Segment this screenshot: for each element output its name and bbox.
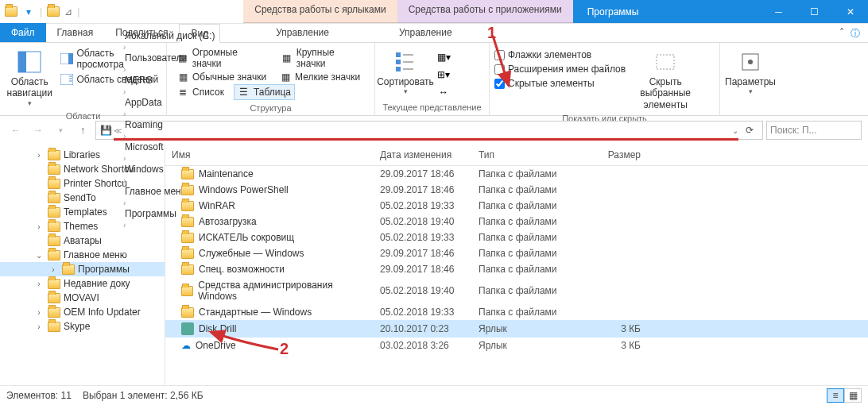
folder-icon: [48, 179, 60, 189]
chevron-right-icon[interactable]: ›: [123, 176, 126, 185]
item-checkboxes-toggle[interactable]: Флажки элементов: [494, 49, 626, 60]
table-row[interactable]: Maintenance29.09.2017 18:46Папка с файла…: [165, 166, 868, 182]
checkbox[interactable]: [494, 50, 505, 60]
tree-item[interactable]: Аватары: [0, 233, 165, 248]
tab-shortcut-tools[interactable]: Средства работы с ярлыками: [243, 0, 397, 23]
tab-file[interactable]: Файл: [0, 23, 46, 42]
tree-item[interactable]: ⌄Главное меню: [0, 248, 165, 262]
chevron-right-icon[interactable]: ›: [123, 65, 126, 74]
expand-icon[interactable]: ›: [33, 322, 45, 331]
cloud-icon: ☁: [181, 340, 191, 351]
checkbox[interactable]: [494, 64, 505, 75]
checkbox[interactable]: [494, 79, 505, 89]
tree-item[interactable]: ›Программы: [0, 262, 165, 276]
folder-icon: [47, 6, 60, 18]
tree-item-label: OEM Info Updater: [64, 307, 141, 318]
minimize-button[interactable]: ─: [761, 0, 796, 24]
chevron-right-icon[interactable]: ›: [123, 221, 126, 230]
breadcrumb-segment[interactable]: MERS: [123, 75, 217, 86]
chevron-right-icon[interactable]: ›: [123, 43, 126, 52]
table-row[interactable]: Автозагрузка05.02.2018 19:40Папка с файл…: [165, 214, 868, 230]
layout-details[interactable]: ☰Таблица: [234, 84, 295, 100]
col-type[interactable]: Тип: [472, 145, 568, 165]
tab-home[interactable]: Главная: [46, 23, 105, 42]
svg-rect-14: [657, 55, 674, 69]
expand-icon[interactable]: ›: [33, 151, 45, 160]
breadcrumb-box[interactable]: 💾 ≪ Локальный диск (C:)›Пользователи›MER…: [95, 121, 763, 140]
tree-item[interactable]: ›Skype: [0, 319, 165, 334]
dropdown-icon[interactable]: ▾: [22, 6, 35, 18]
table-row[interactable]: Спец. возможности29.09.2017 18:46Папка с…: [165, 261, 868, 277]
breadcrumb-segment[interactable]: AppData: [123, 97, 217, 108]
expand-icon[interactable]: ›: [33, 222, 45, 231]
file-extensions-toggle[interactable]: Расширения имен файлов: [494, 64, 626, 75]
chevron-right-icon[interactable]: ›: [123, 87, 126, 96]
size-columns-icon[interactable]: ↔: [437, 86, 450, 98]
table-row[interactable]: Средства администрирования Windows05.02.…: [165, 277, 868, 304]
address-bar: ← → ▾ ↑ 💾 ≪ Локальный диск (C:)›Пользова…: [0, 116, 868, 145]
details-view-button[interactable]: ≡: [827, 388, 844, 403]
file-name: Disk Drill: [199, 323, 236, 334]
options-button[interactable]: Параметры ▾: [725, 48, 776, 98]
table-row[interactable]: Windows PowerShell29.09.2017 18:46Папка …: [165, 182, 868, 198]
breadcrumb-segment[interactable]: Главное меню: [123, 186, 217, 197]
tab-manage-2[interactable]: Управление: [388, 23, 463, 42]
refresh-button[interactable]: ⟳: [740, 122, 759, 139]
col-date[interactable]: Дата изменения: [374, 145, 472, 165]
folder-icon: [181, 249, 194, 259]
tree-item-label: Skype: [64, 321, 90, 332]
breadcrumb-segment[interactable]: Roaming: [123, 119, 217, 130]
breadcrumb-segment[interactable]: Локальный диск (C:): [123, 30, 217, 41]
search-input[interactable]: Поиск: П...: [766, 121, 862, 140]
history-dropdown[interactable]: ▾: [51, 121, 70, 140]
table-row[interactable]: ☁OneDrive03.02.2018 3:26Ярлык3 КБ: [165, 338, 868, 353]
file-size: [568, 205, 647, 206]
chevron-right-icon[interactable]: ›: [123, 154, 126, 163]
expand-icon[interactable]: ›: [33, 308, 45, 317]
chevron-right-icon[interactable]: ›: [123, 110, 126, 118]
expand-icon[interactable]: ›: [48, 265, 59, 274]
close-button[interactable]: ✕: [832, 0, 868, 24]
breadcrumb-segment[interactable]: Windows: [123, 164, 217, 175]
back-button[interactable]: ←: [6, 121, 25, 140]
nav-pane-button[interactable]: Область навигации ▾: [5, 48, 54, 110]
table-row[interactable]: Disk Drill20.10.2017 0:23Ярлык3 КБ: [165, 320, 868, 338]
layout-small[interactable]: ▦Мелкие значки: [276, 70, 363, 84]
table-row[interactable]: Служебные — Windows29.09.2017 18:46Папка…: [165, 245, 868, 261]
up-button[interactable]: ↑: [73, 121, 92, 140]
tree-item-label: Libraries: [64, 149, 100, 160]
layout-large[interactable]: ▦Крупные значки: [277, 46, 368, 70]
expand-icon[interactable]: ⌄: [33, 251, 45, 260]
breadcrumb-segment[interactable]: Microsoft: [123, 141, 217, 152]
tree-item[interactable]: ›OEM Info Updater: [0, 305, 165, 319]
sort-button[interactable]: Сортировать ▾: [380, 48, 431, 98]
dropdown-icon[interactable]: ⌄: [732, 126, 738, 135]
chevron-right-icon[interactable]: ›: [123, 199, 126, 207]
add-columns-icon[interactable]: ⊞▾: [437, 68, 450, 81]
tab-manage-1[interactable]: Управление: [265, 23, 340, 42]
forward-button[interactable]: →: [29, 121, 48, 140]
collapse-ribbon-icon[interactable]: ˄: [839, 27, 844, 38]
svg-rect-1: [18, 52, 26, 72]
overflow-icon[interactable]: ⊿: [64, 6, 72, 17]
table-row[interactable]: ИСКАТЕЛЬ сокровищ05.02.2018 19:33Папка с…: [165, 230, 868, 245]
tree-item[interactable]: ›Недавние доку: [0, 276, 165, 291]
folder-icon: [62, 264, 75, 275]
hidden-items-toggle[interactable]: Скрытые элементы: [494, 78, 626, 89]
tab-app-tools[interactable]: Средства работы с приложениями: [397, 0, 573, 23]
breadcrumb-segment[interactable]: Программы: [123, 208, 217, 219]
table-row[interactable]: Стандартные — Windows05.02.2018 19:33Пап…: [165, 304, 868, 320]
tree-item[interactable]: MOVAVI: [0, 291, 165, 305]
help-icon[interactable]: ⓘ: [851, 27, 860, 41]
expand-icon[interactable]: ›: [33, 280, 45, 288]
chevron-right-icon[interactable]: ≪: [114, 126, 122, 135]
group-by-icon[interactable]: ▦▾: [437, 51, 450, 64]
col-size[interactable]: Размер: [568, 145, 647, 165]
table-row[interactable]: WinRAR05.02.2018 19:33Папка с файлами: [165, 198, 868, 214]
file-type: Папка с файлами: [472, 284, 568, 297]
svg-rect-3: [68, 53, 73, 64]
maximize-button[interactable]: ☐: [796, 0, 832, 24]
breadcrumb-segment[interactable]: Пользователи: [123, 52, 217, 64]
icons-view-button[interactable]: ▦: [844, 388, 862, 403]
hide-selected-button[interactable]: Скрыть выбранные элементы: [632, 48, 699, 112]
